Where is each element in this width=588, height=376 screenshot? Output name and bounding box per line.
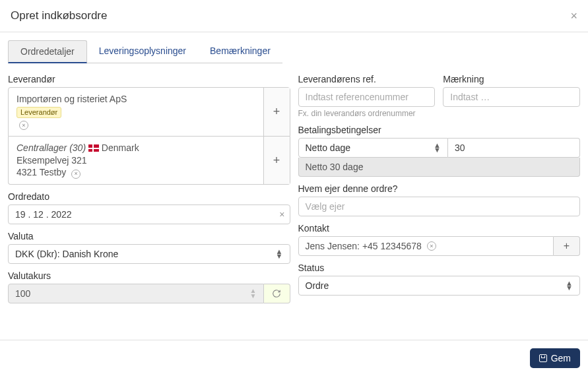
supplier-label: Leverandør <box>8 74 290 84</box>
ref-help: Fx. din leverandørs ordrenummer <box>298 109 436 118</box>
flag-denmark-icon <box>88 144 99 152</box>
refresh-rate-button[interactable] <box>264 284 290 303</box>
save-icon <box>539 354 547 362</box>
refresh-icon <box>272 289 281 298</box>
chevron-updown-icon: ▲▼ <box>566 281 573 290</box>
tab-order-details[interactable]: Ordredetaljer <box>8 40 87 63</box>
rate-label: Valutakurs <box>8 270 290 281</box>
remove-warehouse-icon[interactable]: × <box>71 170 81 179</box>
chevron-updown-icon: ▲▼ <box>276 249 283 259</box>
rate-value: 100 <box>15 288 30 299</box>
add-supplier-button[interactable]: + <box>263 88 290 136</box>
tab-remarks[interactable]: Bemærkninger <box>198 40 282 63</box>
warehouse-address-line1: Eksempelvej 321 <box>16 155 87 166</box>
tabs: Ordredetaljer Leveringsoplysninger Bemær… <box>0 32 588 63</box>
remove-supplier-icon[interactable]: × <box>19 121 28 130</box>
rate-input: 100 ▲▼ <box>8 284 264 303</box>
supplier-badge: Leverandør <box>16 107 61 118</box>
contact-field[interactable]: Jens Jensen: +45 12345678 × <box>298 236 554 256</box>
payment-type-select[interactable]: Netto dage ▲▼ <box>298 138 449 158</box>
warehouse-country: Denmark <box>102 142 139 153</box>
orderdate-input[interactable] <box>8 204 290 224</box>
supplier-name: Importøren og risteriet ApS <box>16 93 255 106</box>
remove-contact-icon[interactable]: × <box>427 241 436 251</box>
payment-label: Betalingsbetingelser <box>298 125 581 135</box>
supplier-box: Importøren og risteriet ApS Leverandør ×… <box>8 87 290 137</box>
status-select[interactable]: Ordre ▲▼ <box>298 276 581 296</box>
mark-input[interactable] <box>443 87 580 107</box>
add-warehouse-button[interactable]: + <box>263 137 290 185</box>
add-contact-button[interactable]: + <box>554 236 580 256</box>
payment-summary: Netto 30 dage <box>298 158 581 177</box>
ref-label: Leverandørens ref. <box>298 74 436 84</box>
warehouse-address-line2: 4321 Testby <box>16 167 66 177</box>
close-icon[interactable]: × <box>570 10 577 22</box>
rate-stepper-icon: ▲▼ <box>250 288 257 299</box>
orderdate-label: Ordredato <box>8 191 290 202</box>
save-label: Gem <box>551 353 571 363</box>
owner-input[interactable] <box>298 197 581 216</box>
warehouse-box: Centrallager (30) Denmark Eksempelvej 32… <box>8 137 290 185</box>
ref-input[interactable] <box>298 87 436 107</box>
chevron-updown-icon: ▲▼ <box>434 143 441 152</box>
status-label: Status <box>298 263 581 273</box>
currency-value: DKK (Dkr): Danish Krone <box>15 249 118 259</box>
contact-value: Jens Jensen: +45 12345678 <box>306 241 422 251</box>
mark-label: Mærkning <box>443 74 580 84</box>
tab-delivery-info[interactable]: Leveringsoplysninger <box>87 40 198 63</box>
payment-days-input[interactable] <box>448 138 580 158</box>
page-title: Opret indkøbsordre <box>11 9 107 22</box>
save-button[interactable]: Gem <box>530 348 580 368</box>
warehouse-name: Centrallager (30) <box>16 142 86 153</box>
owner-label: Hvem ejer denne ordre? <box>298 183 581 194</box>
payment-type-value: Netto dage <box>306 142 351 153</box>
currency-label: Valuta <box>8 231 290 241</box>
contact-label: Kontakt <box>298 223 581 234</box>
currency-select[interactable]: DKK (Dkr): Danish Krone ▲▼ <box>8 244 290 264</box>
status-value: Ordre <box>306 280 329 291</box>
clear-date-icon[interactable]: × <box>279 209 284 220</box>
